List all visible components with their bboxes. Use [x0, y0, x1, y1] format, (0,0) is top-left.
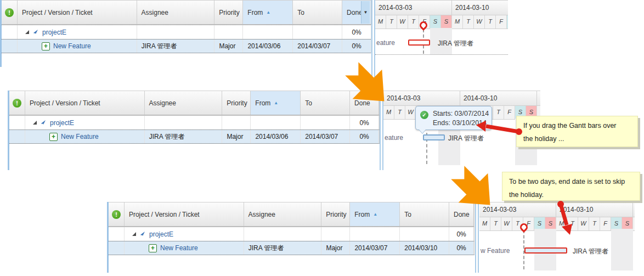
red-annotation-arrow [471, 119, 523, 135]
from-column-header[interactable]: From ▲ [350, 202, 400, 226]
column-label: Project / Version / Ticket [30, 99, 100, 107]
priority-column-header[interactable]: Priority [222, 91, 251, 115]
priority-column-header[interactable]: Priority [214, 1, 243, 24]
priority-column-header[interactable]: Priority [321, 202, 350, 226]
ticket-row[interactable]: + New Feature JIRA 管理者 Major 2014/03/06 … [2, 39, 372, 53]
add-icon[interactable]: + [149, 244, 157, 252]
ticket-link[interactable]: New Feature [61, 133, 99, 140]
project-cell: projectE [18, 25, 137, 39]
status-icon: ! [112, 210, 121, 219]
project-row[interactable]: projectE 0% [109, 227, 474, 241]
status-cell [9, 130, 25, 143]
project-column-header[interactable]: Project / Version / Ticket [25, 91, 145, 115]
ticket-row[interactable]: + New Feature JIRA 管理者 Major 2014/03/07 … [109, 241, 474, 255]
collapse-icon[interactable] [33, 121, 37, 125]
project-column-header[interactable]: Project / Version / Ticket [125, 202, 244, 226]
gantt-bar-dragging[interactable] [423, 134, 445, 140]
assignee-column-header[interactable]: Assignee [244, 202, 322, 226]
column-menu-icon[interactable]: ▼ [361, 1, 370, 24]
done-cell: 0% [342, 40, 371, 53]
from-value: 2014/03/07 [354, 244, 387, 252]
header-filler [537, 91, 540, 105]
to-value: 2014/03/07 [305, 133, 338, 140]
project-link[interactable]: projectE [50, 119, 74, 127]
collapse-icon[interactable] [132, 232, 136, 236]
status-cell [2, 40, 18, 53]
assignee-cell [145, 116, 223, 129]
day-cell-saturday: S [507, 15, 508, 29]
priority-value: Major [326, 244, 342, 252]
issue-grid-bottom: ! Project / Version / Ticket Assignee Pr… [109, 202, 474, 255]
grid-header-row: ! Project / Version / Ticket Assignee Pr… [9, 91, 380, 115]
project-row[interactable]: projectE 0% [2, 25, 372, 39]
done-column-header[interactable]: Done ▼ [342, 1, 371, 24]
grid-header-row: ! Project / Version / Ticket Assignee Pr… [109, 202, 474, 227]
day-cell-saturday: S [430, 15, 441, 29]
orange-transition-arrow [447, 162, 499, 214]
project-column-header[interactable]: Project / Version / Ticket [18, 1, 137, 24]
to-column-header[interactable]: To [293, 1, 342, 24]
status-column-header[interactable]: ! [109, 202, 125, 226]
done-cell: 0% [449, 227, 474, 241]
from-value: 2014/03/06 [255, 133, 288, 140]
gantt-panel-top: 2014-03-03 2014-03-10 MTWTFSSMTWTFSS eat… [375, 0, 508, 55]
from-cell: 2014/03/06 [251, 130, 301, 143]
to-cell: 2014/03/10 [400, 241, 449, 255]
from-column-header[interactable]: From ▲ [251, 91, 301, 115]
day-cell: T [490, 217, 501, 230]
assignee-column-header[interactable]: Assignee [137, 1, 215, 24]
orange-transition-arrow [341, 58, 393, 110]
weekend-shade [611, 229, 633, 271]
week-label: 2014-03-10 [460, 91, 537, 105]
day-cell: T [463, 15, 474, 29]
done-cell: 0% [350, 116, 379, 129]
from-value: 2014/03/06 [247, 42, 280, 50]
status-column-header[interactable]: ! [9, 91, 25, 115]
project-icon [139, 230, 146, 238]
note-line: To be two days, end date is set to skip [509, 175, 633, 188]
column-label: Project / Version / Ticket [22, 9, 93, 16]
status-column-header[interactable]: ! [2, 1, 18, 24]
ticket-row[interactable]: + New Feature JIRA 管理者 Major 2014/03/06 … [9, 129, 380, 144]
gantt-bar[interactable] [524, 247, 567, 254]
add-icon[interactable]: + [49, 133, 58, 141]
gantt-assignee-label: JIRA 管理者 [438, 39, 473, 48]
assignee-cell: JIRA 管理者 [145, 130, 223, 143]
project-cell: projectE [25, 116, 145, 129]
done-value: 0% [456, 244, 466, 252]
column-label: Assignee [248, 211, 275, 218]
ticket-cell: + New Feature [125, 241, 244, 255]
ticket-link[interactable]: New Feature [160, 244, 198, 252]
assignee-column-header[interactable]: Assignee [145, 91, 223, 115]
gantt-bar[interactable] [408, 40, 430, 46]
project-link[interactable]: projectE [42, 29, 66, 36]
day-cell: T [589, 217, 600, 230]
sort-asc-icon: ▲ [266, 10, 270, 15]
add-icon[interactable]: + [42, 42, 50, 50]
collapse-icon[interactable] [25, 30, 29, 34]
column-label: From [354, 211, 370, 218]
from-column-header[interactable]: From ▲ [243, 1, 293, 24]
priority-cell [214, 25, 243, 39]
done-value: 0% [352, 29, 361, 36]
to-cell [293, 25, 342, 39]
done-value: 0% [359, 119, 369, 127]
done-value: 0% [456, 230, 466, 238]
issue-grid-middle: ! Project / Version / Ticket Assignee Pr… [9, 91, 380, 144]
day-cell: T [493, 106, 504, 119]
day-cell: W [474, 15, 485, 29]
day-cell: W [405, 106, 416, 119]
week-label: 2014-03-10 [452, 1, 508, 15]
done-cell: 0% [350, 130, 379, 143]
day-cell-sunday: S [441, 15, 452, 29]
project-link[interactable]: projectE [149, 230, 173, 238]
note-line: If you drag the Gantt bars over [523, 119, 631, 132]
project-row[interactable]: projectE 0% [9, 115, 380, 129]
assignee-cell: JIRA 管理者 [137, 40, 215, 53]
header-filler [633, 202, 635, 217]
day-cell: W [501, 217, 512, 230]
ticket-link[interactable]: New Feature [53, 42, 91, 50]
to-column-header[interactable]: To [400, 202, 449, 226]
column-label: From [247, 9, 263, 16]
note-drag: If you drag the Gantt bars over the holi… [516, 116, 638, 147]
